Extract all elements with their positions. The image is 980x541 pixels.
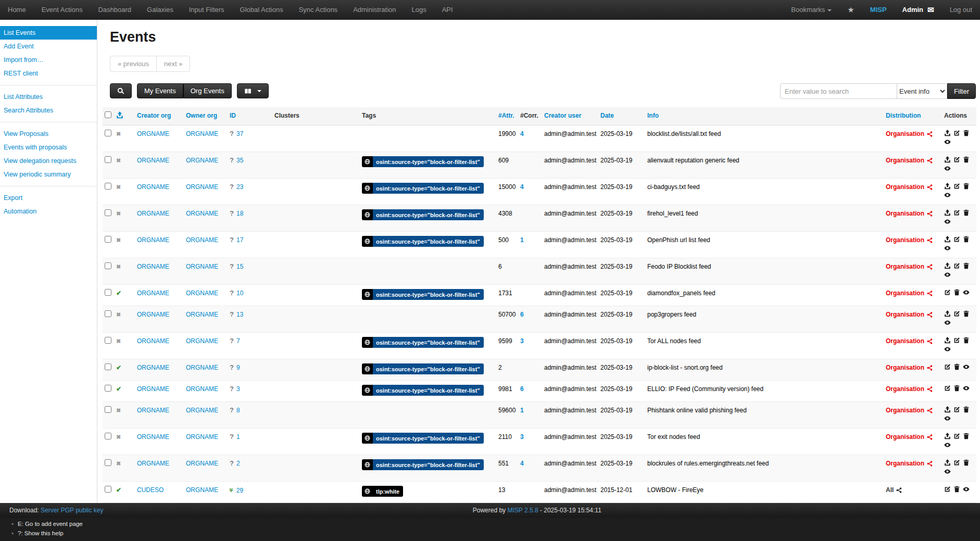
edit-event-button[interactable] — [953, 459, 960, 466]
sidebar-item-search-attributes[interactable]: Search Attributes — [0, 104, 97, 117]
nav-item-event-actions[interactable]: Event Actions — [34, 0, 91, 20]
owner-org-link[interactable]: ORGNAME — [186, 385, 218, 393]
publish-event-button[interactable] — [944, 433, 951, 439]
nav-item-home[interactable]: Home — [0, 0, 34, 20]
creator-org-link[interactable]: ORGNAME — [137, 385, 169, 393]
edit-event-button[interactable] — [953, 337, 960, 344]
delete-event-button[interactable] — [963, 310, 970, 317]
correlation-count-link[interactable]: 6 — [520, 385, 524, 393]
sidebar-item-rest-client[interactable]: REST client — [0, 67, 97, 80]
distribution-link[interactable]: Organisation — [886, 406, 933, 414]
edit-event-button[interactable] — [953, 130, 960, 136]
row-checkbox[interactable] — [105, 156, 111, 163]
delete-event-button[interactable] — [963, 262, 970, 269]
delete-event-button[interactable] — [963, 183, 970, 190]
delete-event-button[interactable] — [963, 156, 970, 163]
owner-org-link[interactable]: ORGNAME — [186, 290, 218, 297]
column-header-id[interactable]: ID — [228, 107, 272, 125]
columns-dropdown-button[interactable] — [237, 83, 269, 98]
edit-event-button[interactable] — [953, 183, 960, 190]
distribution-link[interactable]: Organisation — [886, 363, 933, 372]
correlation-count-link[interactable]: 6 — [520, 311, 524, 318]
event-tag[interactable]: osint:source-type="block-or-filter-list" — [362, 183, 484, 194]
publish-event-button[interactable] — [944, 236, 951, 243]
creator-org-link[interactable]: ORGNAME — [137, 157, 169, 164]
creator-org-link[interactable]: ORGNAME — [137, 311, 169, 318]
delete-event-button[interactable] — [953, 486, 960, 493]
view-event-button[interactable] — [944, 192, 951, 198]
view-event-button[interactable] — [944, 218, 951, 225]
row-checkbox[interactable] — [105, 289, 111, 296]
owner-org-link[interactable]: ORGNAME — [186, 433, 218, 441]
filter-button[interactable]: Filter — [947, 83, 976, 99]
creator-org-link[interactable]: ORGNAME — [137, 210, 169, 217]
correlation-count-link[interactable]: 1 — [520, 407, 524, 414]
event-tag[interactable]: osint:source-type="block-or-filter-list" — [362, 236, 484, 247]
event-id-link[interactable]: 2 — [236, 460, 240, 467]
user-menu[interactable]: Admin✉ — [895, 0, 942, 20]
search-input[interactable] — [780, 83, 897, 99]
sidebar-item-import-from-[interactable]: Import from… — [0, 53, 97, 67]
owner-org-link[interactable]: ORGNAME — [186, 337, 218, 345]
creator-org-link[interactable]: CUDESO — [137, 486, 164, 494]
row-checkbox[interactable] — [105, 385, 111, 392]
nav-item-global-actions[interactable]: Global Actions — [232, 0, 291, 20]
owner-org-link[interactable]: ORGNAME — [186, 236, 218, 244]
sidebar-item-automation[interactable]: Automation — [0, 205, 97, 218]
creator-org-link[interactable]: ORGNAME — [137, 290, 169, 297]
owner-org-link[interactable]: ORGNAME — [186, 210, 218, 217]
row-checkbox[interactable] — [105, 236, 111, 243]
sidebar-item-view-delegation-requests[interactable]: View delegation requests — [0, 154, 97, 168]
distribution-link[interactable]: Organisation — [886, 156, 933, 165]
row-checkbox[interactable] — [105, 337, 111, 344]
view-event-button[interactable] — [944, 165, 951, 172]
owner-org-link[interactable]: ORGNAME — [186, 407, 218, 414]
distribution-link[interactable]: Organisation — [886, 262, 933, 271]
publish-event-button[interactable] — [944, 337, 951, 344]
previous-page-button[interactable]: « previous — [110, 56, 156, 72]
distribution-link[interactable]: Organisation — [886, 209, 933, 218]
logout-link[interactable]: Log out — [942, 0, 980, 20]
nav-item-input-filters[interactable]: Input Filters — [181, 0, 232, 20]
select-all-header[interactable] — [103, 107, 114, 125]
event-tag[interactable]: osint:source-type="block-or-filter-list" — [362, 385, 484, 396]
row-checkbox[interactable] — [105, 486, 111, 493]
next-page-button[interactable]: next » — [156, 56, 190, 72]
creator-org-link[interactable]: ORGNAME — [137, 364, 169, 371]
event-id-link[interactable]: 10 — [236, 290, 243, 297]
delete-event-button[interactable] — [953, 363, 960, 370]
nav-item-api[interactable]: API — [434, 0, 461, 20]
distribution-link[interactable]: Organisation — [886, 459, 933, 468]
event-tag[interactable]: osint:source-type="block-or-filter-list" — [362, 156, 484, 167]
owner-org-link[interactable]: ORGNAME — [186, 311, 218, 318]
view-event-button[interactable] — [944, 346, 951, 353]
owner-org-link[interactable]: ORGNAME — [186, 486, 218, 494]
edit-event-button[interactable] — [953, 433, 960, 439]
view-event-button[interactable] — [944, 319, 951, 326]
publish-event-button[interactable] — [944, 209, 951, 216]
correlation-count-link[interactable]: 3 — [520, 433, 524, 441]
distribution-link[interactable]: Organisation — [886, 433, 933, 441]
sidebar-item-list-attributes[interactable]: List Attributes — [0, 90, 97, 104]
column-header-distribution[interactable]: Distribution — [884, 107, 942, 125]
nav-item-galaxies[interactable]: Galaxies — [139, 0, 181, 20]
column-header-info[interactable]: Info — [645, 107, 884, 125]
row-checkbox[interactable] — [105, 183, 111, 190]
owner-org-link[interactable]: ORGNAME — [186, 183, 218, 191]
event-id-link[interactable]: 1 — [236, 433, 240, 441]
row-checkbox[interactable] — [105, 459, 111, 466]
edit-event-button[interactable] — [953, 209, 960, 216]
column-header-date[interactable]: Date — [598, 107, 645, 125]
creator-org-link[interactable]: ORGNAME — [137, 337, 169, 345]
row-checkbox[interactable] — [105, 209, 111, 216]
owner-org-link[interactable]: ORGNAME — [186, 364, 218, 371]
creator-org-link[interactable]: ORGNAME — [137, 433, 169, 441]
delete-event-button[interactable] — [963, 433, 970, 439]
distribution-link[interactable]: Organisation — [886, 236, 933, 244]
creator-org-link[interactable]: ORGNAME — [137, 460, 169, 467]
distribution-link[interactable]: Organisation — [886, 183, 933, 191]
edit-event-button[interactable] — [944, 486, 951, 493]
column-header-creator-org[interactable]: Creator org — [135, 107, 184, 125]
row-checkbox[interactable] — [105, 433, 111, 439]
event-tag[interactable]: osint:source-type="block-or-filter-list" — [362, 289, 484, 300]
